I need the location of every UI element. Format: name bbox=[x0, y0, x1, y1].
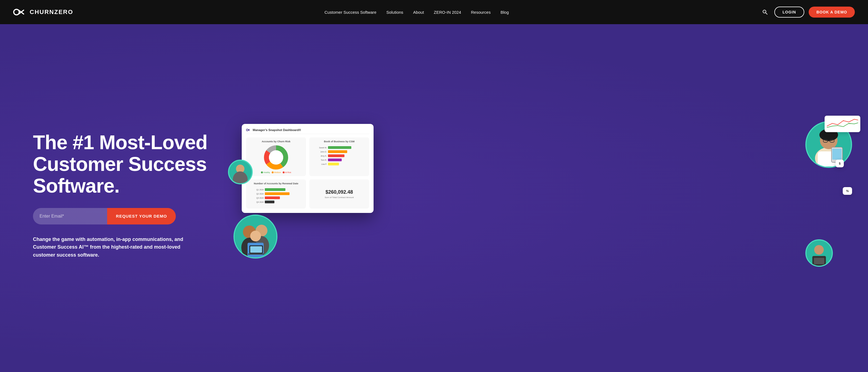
bar-row: Q3 2024 bbox=[250, 196, 302, 199]
svg-point-29 bbox=[250, 230, 261, 241]
bar-row: Q4 2024 bbox=[250, 200, 302, 203]
bar-chart-1-section: Book of Business by CSM Sarah M. John D.… bbox=[309, 137, 369, 176]
bar-row: Q1 2024 bbox=[250, 188, 302, 191]
bar-label: Amy K. bbox=[313, 155, 327, 157]
bar-chart-1-label: Book of Business by CSM bbox=[312, 140, 366, 143]
bar-fill bbox=[265, 196, 280, 199]
dashboard-header: Manager's Snapshot Dashboard® bbox=[246, 128, 369, 134]
nav-customer-success-software[interactable]: Customer Success Software bbox=[324, 10, 376, 14]
bar-label: Q2 2024 bbox=[250, 193, 264, 195]
hero-section: The #1 Most-Loved Customer Success Softw… bbox=[0, 24, 868, 372]
bar-label: Tom R. bbox=[313, 159, 327, 161]
svg-point-13 bbox=[269, 150, 283, 164]
bar-fill bbox=[265, 200, 274, 203]
nav-solutions[interactable]: Solutions bbox=[386, 10, 403, 14]
book-demo-button[interactable]: BOOK A DEMO bbox=[809, 7, 855, 18]
donut-section: Accounts by Churn Risk bbox=[246, 137, 306, 176]
nav-about[interactable]: About bbox=[413, 10, 424, 14]
bar-label: John D. bbox=[313, 151, 327, 153]
person-icon-small bbox=[229, 160, 252, 184]
dashboard-body: Accounts by Churn Risk bbox=[246, 137, 369, 209]
bar-chart-2-label: Number of Accounts by Renewal Date bbox=[249, 182, 303, 185]
nav-links: Customer Success Software Solutions Abou… bbox=[324, 10, 509, 14]
avatar-3 bbox=[805, 239, 833, 267]
search-icon bbox=[762, 9, 768, 15]
bar-label: Q3 2024 bbox=[250, 197, 264, 199]
nav-resources[interactable]: Resources bbox=[471, 10, 491, 14]
brand-name: CHURNZERO bbox=[30, 8, 73, 16]
bar-chart-1: Sarah M. John D. Amy K. Tom R. bbox=[312, 145, 366, 168]
money-section: $260,092.48 Sum of Total Contract Amount bbox=[309, 179, 369, 209]
bar-row: Lisa P. bbox=[313, 163, 365, 165]
avatar-small bbox=[228, 160, 253, 184]
bar-fill bbox=[328, 146, 351, 149]
svg-line-4 bbox=[766, 13, 767, 14]
dollar-badge: $ bbox=[836, 160, 844, 167]
mini-line-chart bbox=[827, 118, 858, 129]
mini-chart-card bbox=[825, 116, 860, 132]
login-button[interactable]: LOGIN bbox=[774, 7, 804, 18]
bar-fill bbox=[328, 154, 344, 157]
nav-blog[interactable]: Blog bbox=[500, 10, 509, 14]
email-input[interactable] bbox=[33, 208, 107, 224]
bar-row: Amy K. bbox=[313, 154, 365, 157]
bar-chart-2: Q1 2024 Q2 2024 Q3 2024 Q4 2024 bbox=[249, 187, 303, 206]
bar-fill bbox=[328, 150, 347, 153]
bar-row: Tom R. bbox=[313, 158, 365, 161]
percent-badge: % bbox=[843, 187, 852, 195]
donut-label: Accounts by Churn Risk bbox=[249, 140, 303, 143]
money-sub: Sum of Total Contract Amount bbox=[325, 196, 354, 199]
bar-label: Q4 2024 bbox=[250, 201, 264, 203]
navbar: CHURNZERO Customer Success Software Solu… bbox=[0, 0, 868, 24]
dashboard-title: Manager's Snapshot Dashboard® bbox=[253, 128, 301, 132]
hero-description: Change the game with automation, in-app … bbox=[33, 236, 192, 259]
hero-visual: Manager's Snapshot Dashboard® Accounts b… bbox=[225, 116, 855, 275]
hero-form: REQUEST YOUR DEMO bbox=[33, 208, 176, 224]
hero-content: The #1 Most-Loved Customer Success Softw… bbox=[33, 132, 225, 259]
svg-rect-32 bbox=[250, 246, 262, 253]
bar-chart-2-section: Number of Accounts by Renewal Date Q1 20… bbox=[246, 179, 306, 209]
bar-row: John D. bbox=[313, 150, 365, 153]
churnzero-logo-icon bbox=[13, 8, 26, 16]
bar-fill bbox=[265, 192, 289, 195]
bar-row: Q2 2024 bbox=[250, 192, 302, 195]
person-icon-2 bbox=[235, 215, 276, 258]
svg-rect-33 bbox=[248, 253, 264, 254]
request-demo-button[interactable]: REQUEST YOUR DEMO bbox=[107, 208, 176, 224]
navbar-actions: LOGIN BOOK A DEMO bbox=[760, 7, 855, 18]
svg-rect-20 bbox=[832, 149, 842, 160]
bar-fill bbox=[328, 163, 339, 165]
avatar-2 bbox=[234, 215, 277, 258]
svg-rect-37 bbox=[814, 258, 824, 264]
money-value: $260,092.48 bbox=[326, 189, 353, 195]
hero-title: The #1 Most-Loved Customer Success Softw… bbox=[33, 132, 225, 197]
churnzero-small-icon bbox=[246, 129, 250, 131]
bar-label: Q1 2024 bbox=[250, 189, 264, 191]
dashboard-card: Manager's Snapshot Dashboard® Accounts b… bbox=[242, 124, 374, 213]
bar-fill bbox=[265, 188, 285, 191]
brand: CHURNZERO bbox=[13, 8, 73, 16]
nav-zero-in-2024[interactable]: ZERO-IN 2024 bbox=[434, 10, 461, 14]
bar-row: Sarah M. bbox=[313, 146, 365, 149]
search-button[interactable] bbox=[760, 7, 770, 17]
bar-label: Lisa P. bbox=[313, 163, 327, 165]
svg-point-35 bbox=[814, 245, 824, 254]
person-icon-3 bbox=[806, 240, 832, 266]
donut-chart bbox=[264, 145, 288, 170]
bar-label: Sarah M. bbox=[313, 147, 327, 149]
bar-fill bbox=[328, 158, 342, 161]
